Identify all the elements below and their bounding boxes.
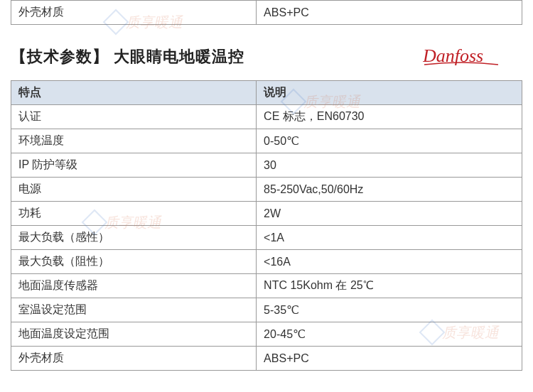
spec-value: ABS+PC [257,1,522,25]
spec-label: 电源 [11,178,257,202]
danfoss-logo-icon: Danfoss [423,45,501,69]
spec-value: ABS+PC [257,347,522,371]
table-row: 功耗2W [11,202,522,226]
spec-label: 外壳材质 [11,347,257,371]
spec-label: 功耗 [11,202,257,226]
spec-label: 地面温度设定范围 [11,322,257,347]
table-header-row: 特点 说明 [11,81,522,105]
spec-label: 环境温度 [11,129,257,153]
spec-label: 最大负载（阻性） [11,250,257,274]
spec-label: 室温设定范围 [11,298,257,322]
spec-value: 2W [257,202,522,226]
table-row: 地面温度传感器NTC 15Kohm 在 25℃ [11,274,522,298]
spec-value: 0-50℃ [257,129,522,153]
table-row: 外壳材质 ABS+PC [11,1,522,25]
header-col-feature: 特点 [11,81,257,105]
spec-label: 地面温度传感器 [11,274,257,298]
table-row: 外壳材质ABS+PC [11,347,522,371]
spec-label: IP 防护等级 [11,153,257,178]
spec-table: 特点 说明 认证CE 标志，EN60730 环境温度0-50℃ IP 防护等级3… [11,80,522,371]
spec-label: 认证 [11,105,257,129]
spec-value: 5-35℃ [257,298,522,322]
spec-label: 最大负载（感性） [11,226,257,250]
spec-value: CE 标志，EN60730 [257,105,522,129]
spec-value: 85-250Vac,50/60Hz [257,178,522,202]
spec-value: 30 [257,153,522,178]
spec-value: <16A [257,250,522,274]
table-row: 最大负载（感性）<1A [11,226,522,250]
table-row: 环境温度0-50℃ [11,129,522,153]
spec-value: 20-45℃ [257,322,522,347]
table-row: IP 防护等级30 [11,153,522,178]
spec-label: 外壳材质 [11,1,257,25]
table-row: 最大负载（阻性）<16A [11,250,522,274]
spec-value: <1A [257,226,522,250]
spec-value: NTC 15Kohm 在 25℃ [257,274,522,298]
table-row: 电源85-250Vac,50/60Hz [11,178,522,202]
header-col-description: 说明 [257,81,522,105]
table-row: 地面温度设定范围20-45℃ [11,322,522,347]
table-row: 室温设定范围5-35℃ [11,298,522,322]
brand-logo: Danfoss [423,45,501,69]
table-row: 认证CE 标志，EN60730 [11,105,522,129]
section-title: 【技术参数】 大眼睛电地暖温控 [11,46,244,67]
prev-table-fragment: 外壳材质 ABS+PC [11,0,522,25]
